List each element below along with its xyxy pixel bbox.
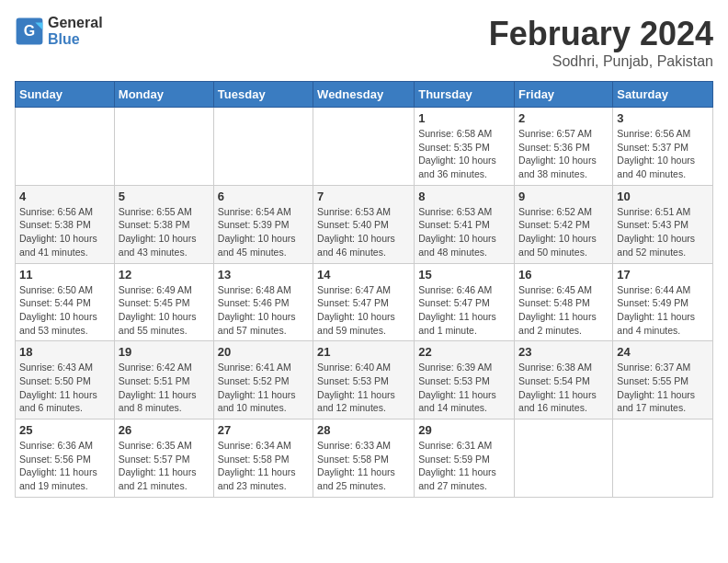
day-of-week-header: Friday	[515, 82, 613, 108]
day-of-week-header: Tuesday	[213, 82, 313, 108]
calendar-cell	[213, 108, 313, 186]
calendar-cell: 10Sunrise: 6:51 AM Sunset: 5:43 PM Dayli…	[613, 185, 713, 263]
calendar-cell: 6Sunrise: 6:54 AM Sunset: 5:39 PM Daylig…	[213, 185, 313, 263]
day-info: Sunrise: 6:55 AM Sunset: 5:38 PM Dayligh…	[119, 205, 210, 259]
day-number: 21	[317, 345, 410, 359]
day-of-week-header: Wednesday	[313, 82, 415, 108]
calendar-cell: 23Sunrise: 6:38 AM Sunset: 5:54 PM Dayli…	[515, 341, 613, 419]
calendar-week-row: 25Sunrise: 6:36 AM Sunset: 5:56 PM Dayli…	[16, 419, 713, 498]
calendar-cell: 29Sunrise: 6:31 AM Sunset: 5:59 PM Dayli…	[415, 419, 515, 498]
calendar-cell: 4Sunrise: 6:56 AM Sunset: 5:38 PM Daylig…	[16, 185, 115, 263]
svg-text:G: G	[24, 23, 35, 39]
day-number: 27	[218, 423, 309, 437]
day-number: 5	[119, 190, 210, 203]
day-number: 26	[119, 423, 210, 437]
day-number: 10	[617, 190, 709, 203]
day-number: 14	[317, 268, 410, 282]
day-number: 18	[19, 345, 110, 359]
logo-text: General Blue	[48, 15, 103, 48]
calendar-cell: 8Sunrise: 6:53 AM Sunset: 5:41 PM Daylig…	[415, 185, 515, 263]
title-area: February 2024 Sodhri, Punjab, Pakistan	[489, 15, 713, 70]
day-info: Sunrise: 6:47 AM Sunset: 5:47 PM Dayligh…	[317, 283, 410, 338]
calendar-header-row: SundayMondayTuesdayWednesdayThursdayFrid…	[16, 82, 713, 108]
day-info: Sunrise: 6:41 AM Sunset: 5:52 PM Dayligh…	[218, 361, 309, 415]
day-number: 13	[218, 268, 309, 282]
logo-icon: G	[15, 17, 44, 46]
day-info: Sunrise: 6:44 AM Sunset: 5:49 PM Dayligh…	[617, 283, 709, 338]
day-info: Sunrise: 6:49 AM Sunset: 5:45 PM Dayligh…	[119, 283, 210, 338]
day-info: Sunrise: 6:45 AM Sunset: 5:48 PM Dayligh…	[518, 283, 609, 338]
calendar-cell: 18Sunrise: 6:43 AM Sunset: 5:50 PM Dayli…	[16, 341, 115, 419]
day-of-week-header: Saturday	[613, 82, 713, 108]
calendar-cell: 7Sunrise: 6:53 AM Sunset: 5:40 PM Daylig…	[313, 185, 415, 263]
day-info: Sunrise: 6:40 AM Sunset: 5:53 PM Dayligh…	[317, 361, 410, 415]
day-info: Sunrise: 6:42 AM Sunset: 5:51 PM Dayligh…	[119, 361, 210, 415]
calendar-cell: 17Sunrise: 6:44 AM Sunset: 5:49 PM Dayli…	[613, 263, 713, 341]
day-info: Sunrise: 6:56 AM Sunset: 5:38 PM Dayligh…	[19, 205, 110, 259]
day-info: Sunrise: 6:54 AM Sunset: 5:39 PM Dayligh…	[218, 205, 309, 259]
calendar-week-row: 18Sunrise: 6:43 AM Sunset: 5:50 PM Dayli…	[16, 341, 713, 419]
day-of-week-header: Monday	[114, 82, 213, 108]
logo: G General Blue	[15, 15, 103, 48]
day-info: Sunrise: 6:48 AM Sunset: 5:46 PM Dayligh…	[218, 283, 309, 338]
day-number: 22	[418, 345, 510, 359]
calendar-cell: 19Sunrise: 6:42 AM Sunset: 5:51 PM Dayli…	[114, 341, 213, 419]
calendar-cell	[613, 419, 713, 498]
day-number: 3	[617, 111, 709, 125]
calendar-cell: 20Sunrise: 6:41 AM Sunset: 5:52 PM Dayli…	[213, 341, 313, 419]
day-number: 28	[317, 423, 410, 437]
calendar-cell	[16, 108, 115, 186]
calendar-cell: 16Sunrise: 6:45 AM Sunset: 5:48 PM Dayli…	[515, 263, 613, 341]
main-title: February 2024	[489, 15, 713, 53]
day-number: 17	[617, 268, 709, 282]
calendar-week-row: 4Sunrise: 6:56 AM Sunset: 5:38 PM Daylig…	[16, 185, 713, 263]
calendar-cell: 25Sunrise: 6:36 AM Sunset: 5:56 PM Dayli…	[16, 419, 115, 498]
calendar-cell: 24Sunrise: 6:37 AM Sunset: 5:55 PM Dayli…	[613, 341, 713, 419]
calendar-cell	[114, 108, 213, 186]
calendar-cell: 2Sunrise: 6:57 AM Sunset: 5:36 PM Daylig…	[515, 108, 613, 186]
calendar-cell: 27Sunrise: 6:34 AM Sunset: 5:58 PM Dayli…	[213, 419, 313, 498]
calendar-cell: 14Sunrise: 6:47 AM Sunset: 5:47 PM Dayli…	[313, 263, 415, 341]
day-info: Sunrise: 6:53 AM Sunset: 5:41 PM Dayligh…	[418, 205, 510, 259]
calendar-week-row: 11Sunrise: 6:50 AM Sunset: 5:44 PM Dayli…	[16, 263, 713, 341]
day-number: 24	[617, 345, 709, 359]
subtitle: Sodhri, Punjab, Pakistan	[489, 53, 713, 70]
calendar-cell: 22Sunrise: 6:39 AM Sunset: 5:53 PM Dayli…	[415, 341, 515, 419]
day-number: 9	[518, 190, 609, 203]
day-info: Sunrise: 6:57 AM Sunset: 5:36 PM Dayligh…	[518, 127, 609, 181]
calendar-cell: 3Sunrise: 6:56 AM Sunset: 5:37 PM Daylig…	[613, 108, 713, 186]
day-info: Sunrise: 6:46 AM Sunset: 5:47 PM Dayligh…	[418, 283, 510, 338]
day-of-week-header: Thursday	[415, 82, 515, 108]
calendar-cell: 13Sunrise: 6:48 AM Sunset: 5:46 PM Dayli…	[213, 263, 313, 341]
calendar-cell: 5Sunrise: 6:55 AM Sunset: 5:38 PM Daylig…	[114, 185, 213, 263]
day-number: 2	[518, 111, 609, 125]
calendar-body: 1Sunrise: 6:58 AM Sunset: 5:35 PM Daylig…	[16, 108, 713, 498]
day-number: 4	[19, 190, 110, 203]
day-number: 6	[218, 190, 309, 203]
day-number: 20	[218, 345, 309, 359]
day-info: Sunrise: 6:33 AM Sunset: 5:58 PM Dayligh…	[317, 439, 410, 493]
calendar-cell: 21Sunrise: 6:40 AM Sunset: 5:53 PM Dayli…	[313, 341, 415, 419]
day-info: Sunrise: 6:36 AM Sunset: 5:56 PM Dayligh…	[19, 439, 110, 493]
calendar-cell: 15Sunrise: 6:46 AM Sunset: 5:47 PM Dayli…	[415, 263, 515, 341]
day-info: Sunrise: 6:37 AM Sunset: 5:55 PM Dayligh…	[617, 361, 709, 415]
calendar-cell	[313, 108, 415, 186]
day-info: Sunrise: 6:53 AM Sunset: 5:40 PM Dayligh…	[317, 205, 410, 259]
day-info: Sunrise: 6:31 AM Sunset: 5:59 PM Dayligh…	[418, 439, 510, 493]
calendar-cell	[515, 419, 613, 498]
day-info: Sunrise: 6:43 AM Sunset: 5:50 PM Dayligh…	[19, 361, 110, 415]
header: G General Blue February 2024 Sodhri, Pun…	[15, 15, 713, 70]
day-number: 19	[119, 345, 210, 359]
day-number: 25	[19, 423, 110, 437]
day-number: 15	[418, 268, 510, 282]
day-info: Sunrise: 6:39 AM Sunset: 5:53 PM Dayligh…	[418, 361, 510, 415]
day-info: Sunrise: 6:34 AM Sunset: 5:58 PM Dayligh…	[218, 439, 309, 493]
day-number: 8	[418, 190, 510, 203]
day-number: 12	[119, 268, 210, 282]
calendar-cell: 12Sunrise: 6:49 AM Sunset: 5:45 PM Dayli…	[114, 263, 213, 341]
day-info: Sunrise: 6:56 AM Sunset: 5:37 PM Dayligh…	[617, 127, 709, 181]
day-number: 11	[19, 268, 110, 282]
day-info: Sunrise: 6:58 AM Sunset: 5:35 PM Dayligh…	[418, 127, 510, 181]
calendar-cell: 26Sunrise: 6:35 AM Sunset: 5:57 PM Dayli…	[114, 419, 213, 498]
calendar-cell: 9Sunrise: 6:52 AM Sunset: 5:42 PM Daylig…	[515, 185, 613, 263]
